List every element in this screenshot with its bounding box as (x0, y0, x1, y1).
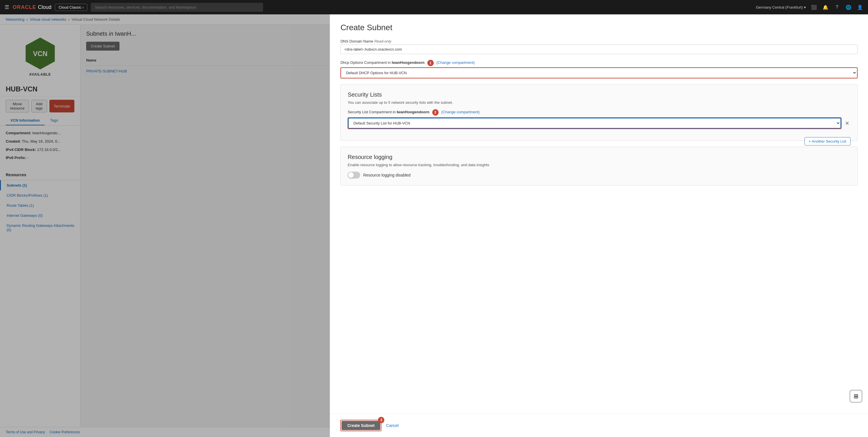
resource-logging-toggle[interactable] (347, 172, 360, 178)
cloud-text: Cloud (38, 4, 52, 10)
search-input[interactable] (91, 3, 263, 12)
dhcp-dropdown-highlight: Default DHCP Options for HUB-VCN (340, 67, 858, 79)
resource-logging-desc: Enable resource logging to allow resourc… (347, 163, 850, 167)
security-list-dropdown-highlight: Default Security List for HUB-VCN (347, 117, 842, 129)
region-label: Germany Central (Frankfurt) (756, 5, 803, 9)
contextual-help-button[interactable]: ⊞ (849, 390, 862, 403)
chevron-down-icon: ▾ (804, 5, 806, 9)
security-list-select-row: Default Security List for HUB-VCN ✕ (347, 117, 850, 129)
create-subnet-panel: Create Subnet DNS Domain Name Read-only … (330, 14, 868, 433)
add-security-list-button[interactable]: + Another Security List (805, 137, 850, 145)
security-lists-section: Security Lists You can associate up to 5… (340, 84, 858, 141)
security-list-change-compartment-link[interactable]: (Change compartment) (441, 110, 480, 114)
cancel-button[interactable]: Cancel (386, 423, 399, 428)
language-icon[interactable]: 🌐 (845, 4, 852, 11)
create-subnet-btn-highlight: Create Subnet (340, 420, 381, 431)
oracle-logo: ORACLE Cloud (13, 4, 52, 10)
console-icon[interactable]: ⬛ (811, 4, 817, 11)
security-lists-desc: You can associate up to 5 network securi… (347, 100, 850, 105)
security-list-compartment-label: Security List Compartment in IwanHoogend… (347, 109, 850, 116)
dns-domain-input (340, 45, 858, 54)
resource-logging-toggle-row: Resource logging disabled (347, 172, 850, 178)
grid-icon: ⊞ (854, 393, 859, 400)
panel-body: Create Subnet DNS Domain Name Read-only … (330, 14, 868, 414)
dhcp-options-select[interactable]: Default DHCP Options for HUB-VCN (341, 68, 857, 78)
help-icon-float: ⊞ (849, 390, 862, 403)
dhcp-options-group: Dhcp Options Compartment in IwanHoogendo… (340, 60, 858, 79)
dns-domain-name-group: DNS Domain Name Read-only (340, 39, 858, 54)
dhcp-change-compartment-link[interactable]: (Change compartment) (436, 60, 475, 65)
panel-footer: 3 Create Subnet Cancel (330, 414, 868, 433)
dns-label: DNS Domain Name Read-only (340, 39, 858, 43)
step-3-badge: 3 (378, 417, 384, 423)
create-subnet-btn-wrapper: 3 Create Subnet (340, 420, 381, 431)
cloud-classic-button[interactable]: Cloud Classic › (55, 4, 87, 11)
toggle-knob (348, 172, 354, 178)
resource-logging-toggle-label: Resource logging disabled (363, 173, 410, 177)
security-list-select[interactable]: Default Security List for HUB-VCN (348, 118, 841, 128)
region-selector[interactable]: Germany Central (Frankfurt) ▾ (756, 5, 806, 9)
hamburger-menu-icon[interactable]: ☰ (5, 4, 9, 10)
dns-readonly-label: Read-only (374, 39, 391, 43)
top-navigation: ☰ ORACLE Cloud Cloud Classic › Germany C… (0, 0, 868, 14)
nav-right: Germany Central (Frankfurt) ▾ ⬛ 🔔 ? 🌐 👤 (756, 4, 863, 11)
dhcp-compartment-label: Dhcp Options Compartment in IwanHoogendo… (340, 60, 858, 66)
resource-logging-section: Resource logging Enable resource logging… (340, 147, 858, 186)
help-icon[interactable]: ? (834, 4, 840, 11)
step-2-badge: 2 (432, 109, 439, 116)
clear-security-list-button[interactable]: ✕ (844, 120, 850, 126)
security-lists-title: Security Lists (347, 91, 850, 98)
notification-icon[interactable]: 🔔 (822, 4, 829, 11)
panel-title: Create Subnet (340, 23, 858, 32)
user-icon[interactable]: 👤 (857, 4, 863, 11)
step-1-badge: 1 (427, 60, 434, 66)
resource-logging-title: Resource logging (347, 154, 850, 161)
create-subnet-submit-button[interactable]: Create Subnet (342, 421, 380, 430)
oracle-text: ORACLE (13, 4, 36, 10)
